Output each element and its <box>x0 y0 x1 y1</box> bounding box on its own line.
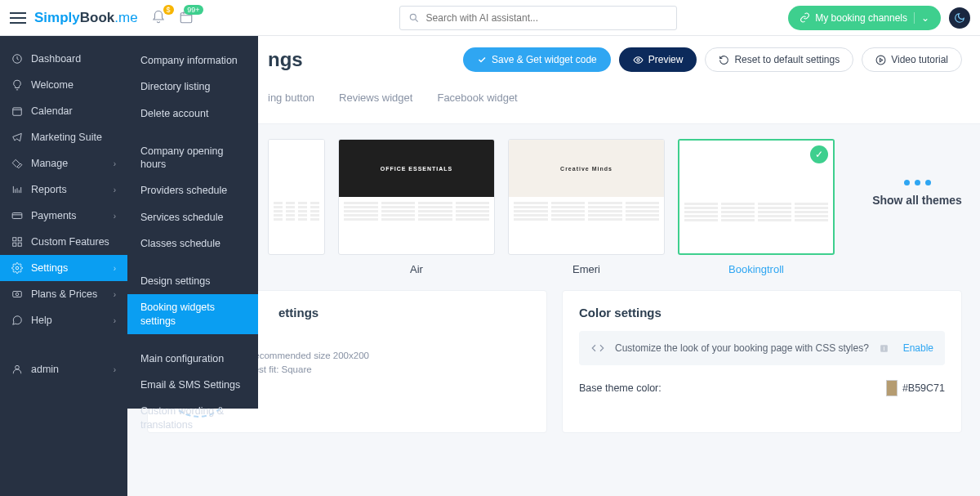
link-icon <box>800 12 810 23</box>
base-color-value: #B59C71 <box>902 382 945 394</box>
search-input[interactable] <box>426 12 668 24</box>
check-icon: ✓ <box>810 145 828 163</box>
sidebar-item-welcome[interactable]: Welcome <box>0 72 127 98</box>
submenu-item[interactable]: Directory listing <box>127 74 258 100</box>
logo[interactable]: SimplyBook.me <box>34 10 138 26</box>
sidebar-item-marketing-suite[interactable]: Marketing Suite <box>0 124 127 150</box>
color-swatch <box>886 380 898 396</box>
sidebar-item-help[interactable]: Help› <box>0 307 127 333</box>
preview-button[interactable]: Preview <box>619 47 697 72</box>
themes-row: OFFICE ESSENTIALSAirCreative MindsEmeri✓… <box>268 139 980 275</box>
svg-rect-4 <box>12 213 22 219</box>
eye-icon <box>633 55 644 65</box>
nav-icon <box>11 79 23 91</box>
sidebar-item-payments[interactable]: Payments› <box>0 203 127 229</box>
check-icon <box>477 55 487 65</box>
nav-icon <box>11 184 23 195</box>
nav-label: Manage <box>31 158 68 169</box>
theme-card[interactable]: Creative MindsEmeri <box>508 139 665 275</box>
badge-sms: $ <box>163 5 174 15</box>
calendar-icon[interactable]: 99+ <box>179 10 195 26</box>
nav-label: Marketing Suite <box>31 132 102 143</box>
dots-icon <box>904 180 931 185</box>
topbar: SimplyBook.me $ 99+ My booking channels … <box>0 0 980 36</box>
sidebar: DashboardWelcomeCalendarMarketing SuiteM… <box>0 36 127 496</box>
svg-point-11 <box>16 293 19 296</box>
code-icon <box>590 341 605 355</box>
svg-point-12 <box>16 365 20 369</box>
sidebar-item-reports[interactable]: Reports› <box>0 177 127 203</box>
sidebar-item-custom-features[interactable]: Custom Features <box>0 229 127 255</box>
submenu-item[interactable]: Email & SMS Settings <box>127 372 258 398</box>
nav-icon <box>11 105 23 117</box>
info-icon[interactable]: i <box>879 343 889 354</box>
svg-point-14 <box>876 56 885 65</box>
theme-name: Bookingtroll <box>678 263 835 275</box>
logo-part3: .me <box>114 10 137 25</box>
submenu-item[interactable]: Company opening hours <box>127 138 258 178</box>
svg-rect-8 <box>18 243 21 246</box>
chevron-right-icon: › <box>114 316 116 325</box>
submenu-item[interactable]: Services schedule <box>127 204 258 230</box>
menu-toggle[interactable] <box>10 12 26 24</box>
channels-label: My booking channels <box>815 12 907 24</box>
submenu-item[interactable]: Main configuration <box>127 346 258 372</box>
show-all-themes[interactable]: Show all themes <box>848 139 980 207</box>
nav-label: Settings <box>31 262 68 274</box>
theme-name: Emeri <box>508 263 665 275</box>
nav-label: Plans & Prices <box>31 288 97 300</box>
bell-icon[interactable]: $ <box>151 10 167 26</box>
svg-rect-5 <box>13 238 16 241</box>
dark-mode-toggle[interactable] <box>949 7 970 29</box>
nav-icon <box>11 158 23 169</box>
sidebar-item-plans-prices[interactable]: Plans & Prices› <box>0 281 127 307</box>
sidebar-item-calendar[interactable]: Calendar <box>0 98 127 124</box>
chevron-down-icon: ⌄ <box>914 12 929 24</box>
page-title: ngs <box>268 48 303 71</box>
booking-channels-button[interactable]: My booking channels ⌄ <box>788 6 941 30</box>
sidebar-item-dashboard[interactable]: Dashboard <box>0 46 127 72</box>
submenu-item[interactable]: Custom wording & translations <box>127 398 258 438</box>
theme-name: Air <box>338 263 495 275</box>
nav-icon <box>11 288 23 300</box>
theme-card[interactable]: OFFICE ESSENTIALSAir <box>338 139 495 275</box>
css-enable-link[interactable]: Enable <box>903 342 933 354</box>
logo-part1: Simply <box>34 10 80 25</box>
nav-icon <box>11 315 23 326</box>
nav-icon <box>11 236 23 248</box>
tab[interactable]: Reviews widget <box>339 92 412 104</box>
svg-rect-3 <box>13 108 22 115</box>
search-icon <box>408 12 420 24</box>
submenu-item[interactable]: Design settings <box>127 268 258 294</box>
submenu-item[interactable]: Providers schedule <box>127 177 258 203</box>
nav-label: Help <box>31 315 52 326</box>
video-tutorial-button[interactable]: Video tutorial <box>862 47 962 72</box>
css-customize-bar: Customize the look of your booking page … <box>579 331 945 365</box>
save-button[interactable]: Save & Get widget code <box>463 47 611 72</box>
submenu-item[interactable]: Booking widgets settings <box>127 294 258 334</box>
tabs: ing buttonReviews widgetFacebook widget <box>268 92 962 104</box>
chevron-right-icon: › <box>114 212 116 221</box>
submenu-item[interactable]: Company information <box>127 47 258 74</box>
tab[interactable]: Facebook widget <box>437 92 517 104</box>
chevron-right-icon: › <box>114 185 116 194</box>
color-panel-title: Color settings <box>579 306 945 319</box>
chevron-right-icon: › <box>114 159 116 168</box>
sidebar-item-manage[interactable]: Manage› <box>0 150 127 177</box>
sidebar-item-settings[interactable]: Settings› <box>0 255 127 281</box>
svg-rect-6 <box>18 238 21 241</box>
sidebar-item-admin[interactable]: admin› <box>0 356 127 382</box>
nav-icon <box>11 262 23 274</box>
tab[interactable]: ing button <box>268 92 314 104</box>
review-image-meta: Recommended size 200x200 Best fit: Squar… <box>247 349 369 378</box>
reset-button[interactable]: Reset to default settings <box>705 47 853 72</box>
base-color-picker[interactable]: #B59C71 <box>886 380 945 396</box>
submenu-item[interactable]: Classes schedule <box>127 230 258 257</box>
search-box[interactable] <box>399 6 677 30</box>
theme-card[interactable]: ✓Clean & GreenBookingtroll <box>678 139 835 275</box>
nav-label: Custom Features <box>31 236 109 248</box>
base-color-label: Base theme color: <box>579 382 662 394</box>
reset-icon <box>719 55 729 65</box>
submenu-item[interactable]: Delete account <box>127 101 258 127</box>
theme-card[interactable] <box>268 139 325 255</box>
